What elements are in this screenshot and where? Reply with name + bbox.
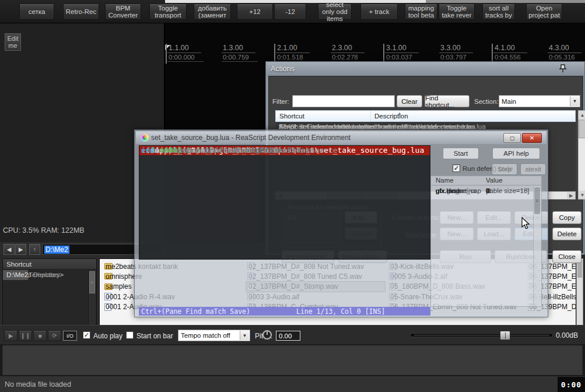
play-button[interactable]: ▶ [4, 330, 17, 341]
actions-window-titlebar[interactable]: Actions [266, 62, 584, 76]
pause-button[interactable]: ❙❙ [19, 330, 32, 341]
volume-slider[interactable] [410, 333, 553, 337]
shortcut-column-header[interactable]: Shortcut [3, 259, 96, 270]
pin-icon[interactable] [559, 64, 567, 73]
cpu-ram-status: CPU: 3.5% RAM: 122MB [3, 226, 85, 235]
slider-handle[interactable] [500, 331, 510, 340]
ide-status-position: Line 1/13, Col 0 [INS] [296, 307, 385, 316]
scroll-down-icon[interactable]: ▼ [579, 191, 585, 199]
edit-me-button[interactable]: Edit me [5, 33, 21, 51]
pitch-input[interactable]: 0.00 [276, 331, 300, 341]
start-on-bar-checkbox[interactable] [126, 331, 134, 339]
ruler-bar-label: 4.1.00 [493, 44, 527, 53]
section-dropdown[interactable]: Main ▼ [499, 95, 580, 107]
run-defer-checkbox[interactable]: ✓ [453, 164, 460, 172]
loop-button[interactable]: ⟳ [48, 330, 61, 341]
sort-indicator-icon: ▲ [397, 111, 402, 116]
status-message: No media file loaded [5, 380, 71, 388]
slider-track [414, 335, 549, 335]
scroll-right-icon[interactable]: ▶ [567, 192, 575, 199]
volume-db-value: 0.00dB [556, 331, 578, 340]
toolbar-button-7[interactable]: -12 [274, 4, 306, 20]
column-header-shortcut[interactable]: Shortcut [276, 111, 371, 121]
pitch-knob[interactable] [262, 330, 272, 340]
section-label: Section: [474, 98, 499, 105]
toolbar-button-13[interactable]: Open project pat [526, 4, 562, 20]
scroll-up-icon[interactable]: ▲ [579, 111, 585, 119]
variable-watch-panel: Name Value gfx[table size=18]gfx.a1gfx.b… [430, 176, 542, 307]
ide-status-left: Ctrl+(Pane Find maTch Save) [141, 307, 250, 316]
toolbar-button-12[interactable]: sort all tracks by [482, 4, 515, 20]
delete-button[interactable]: Delete [552, 228, 582, 240]
ide-glass-area [139, 260, 430, 307]
reaper-app-icon [141, 134, 149, 142]
up-folder-icon[interactable]: ↑ [29, 244, 40, 255]
toolbar-button-9[interactable]: + track [360, 4, 398, 20]
watch-table-header[interactable]: Name Value [431, 176, 541, 186]
ruler-time-label: 0:01.518 [276, 54, 312, 62]
path-value: D:\Me2 [44, 246, 69, 254]
watch-scrollbar[interactable]: ≡ [533, 186, 541, 306]
toolbar-button-1[interactable]: сетка [19, 4, 54, 20]
maximize-button[interactable]: ▢ [503, 133, 521, 143]
actions-vertical-scrollbar[interactable]: ▲ ▼ [578, 110, 585, 200]
close-icon[interactable]: ✕ [522, 133, 542, 143]
ruler-time-label: 0:03.037 [385, 54, 421, 62]
scrollbar-handle[interactable]: ≡ [534, 187, 540, 214]
toolbar-button-2[interactable]: Retro-Rec [63, 4, 99, 20]
ruler-time-label: 0:03.797 [439, 54, 475, 62]
ruler-time-label: 0:05.316 [548, 54, 584, 62]
filter-label: Filter: [272, 98, 289, 105]
toolbar-button-5[interactable]: добавить (заменит [194, 4, 231, 20]
auto-play-label: Auto play [93, 332, 122, 340]
scrollbar-handle[interactable] [165, 0, 426, 3]
watch-column-name[interactable]: Name [436, 177, 454, 184]
toolbar-button-3[interactable]: BPM Converter [105, 4, 141, 20]
toolbar-button-6[interactable]: +12 [237, 4, 273, 20]
find-shortcut-button[interactable]: Find shortcut... [425, 95, 470, 107]
ide-window-title: set_take_source_bug.lua - ReaScript Deve… [151, 134, 351, 142]
scrollbar-handle[interactable] [579, 120, 585, 138]
stop-button[interactable]: ■ [33, 330, 47, 341]
code-editor[interactable]: ...AppData\Roaming\REAPER\Scripts\Test\s… [139, 145, 430, 260]
actions-table-header[interactable]: Shortcut Description ▲ [275, 110, 576, 122]
scrollbar-handle[interactable]: ≡ [89, 271, 95, 293]
filter-input[interactable] [292, 95, 395, 107]
watch-list[interactable]: gfx[table size=18]gfx.a1gfx.b1gfx.clear0… [431, 187, 534, 306]
shortcut-item[interactable]: D:\Me2 [3, 270, 28, 280]
section-value: Main [502, 98, 516, 105]
shortcuts-scrollbar[interactable]: ≡ [88, 270, 96, 326]
api-help-button[interactable]: API help [492, 148, 540, 159]
shortcut-list[interactable]: 1<Project Directory><Track Templates>Des… [3, 270, 88, 327]
shortcuts-panel: Shortcut 1<Project Directory><Track Temp… [2, 258, 97, 327]
reascript-ide-window: set_take_source_bug.lua - ReaScript Deve… [134, 130, 548, 317]
atexit-button[interactable]: atexit [520, 163, 546, 175]
ruler-time-label: 0:04.556 [493, 54, 530, 62]
close-button[interactable]: Close [552, 250, 582, 263]
toolbar-button-10[interactable]: mapping tool beta [405, 4, 437, 20]
back-icon[interactable]: ◀ [3, 244, 15, 255]
toolbar-button-8[interactable]: select only odd items [318, 4, 352, 20]
actions-window-title: Actions [271, 65, 295, 73]
step-button[interactable]: Step [492, 163, 517, 175]
io-button[interactable]: I/O [63, 331, 77, 341]
watch-column-value[interactable]: Value [486, 177, 503, 184]
message-area [2, 344, 583, 376]
copy-button[interactable]: Copy [552, 211, 582, 224]
clear-button[interactable]: Clear [397, 95, 422, 107]
forward-icon[interactable]: ▶ [15, 244, 26, 255]
ruler-bar-label: 3.1.00 [385, 44, 419, 53]
toolbar-button-11[interactable]: Toggle take rever [439, 4, 475, 20]
time-display: 0:00 [558, 377, 585, 392]
tempo-match-dropdown[interactable]: Tempo match off ▼ [178, 330, 250, 341]
ruler-time-label: 0:00.759 [222, 54, 258, 62]
start-on-bar-label: Start on bar [136, 332, 173, 340]
toolbar-button-4[interactable]: Toggle transport [149, 4, 187, 20]
mouse-cursor [521, 217, 533, 230]
file-list-vertical-scrollbar[interactable] [576, 258, 583, 327]
ruler-bar-label: 2.3.00 [331, 44, 365, 53]
auto-play-checkbox[interactable]: ✓ [83, 331, 90, 339]
start-button[interactable]: Start [443, 148, 479, 159]
ide-titlebar[interactable]: set_take_source_bug.lua - ReaScript Deve… [136, 131, 547, 144]
top-horizontal-scrollbar[interactable] [165, 0, 585, 3]
